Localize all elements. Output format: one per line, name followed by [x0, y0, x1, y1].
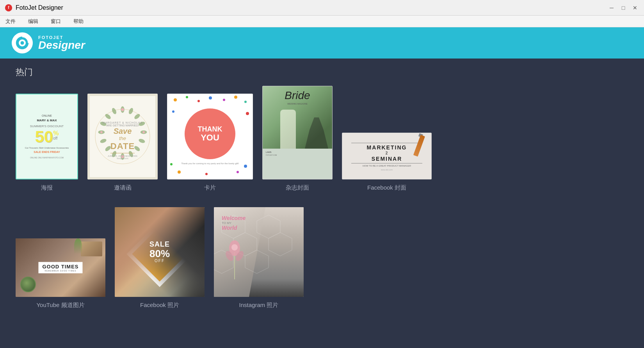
poster-percent: % — [53, 130, 59, 137]
menu-help[interactable]: 帮助 — [71, 17, 86, 26]
svg-point-32 — [244, 101, 247, 103]
title-bar-title: FotoJet Designer — [16, 4, 63, 11]
svg-point-23 — [142, 131, 145, 133]
logo-icon — [15, 36, 29, 50]
invite-names: MARGARET & NICHOLAS — [103, 121, 143, 124]
mag-woman-silhouette — [280, 110, 296, 149]
youtube-sub-text: REMEMBER GOOD TIMES — [42, 270, 78, 272]
logo-circle — [12, 32, 33, 53]
fb-url: www.site.com — [381, 169, 393, 171]
svg-point-50 — [231, 244, 238, 250]
magazine-sub: WEDDING MAGAZINE — [263, 103, 332, 105]
youtube-label: GOOD TIMES REMEMBER GOOD TIMES — [38, 262, 82, 273]
fb-sub: HOW TO BE A GREAT PRODUCT MANAGER — [363, 165, 411, 167]
template-thumb-poster[interactable]: ONLINE MARY & MAX SUMMER'S DISCOUNT 50 %… — [16, 94, 78, 179]
magazine-bottom: LAWN FOTOJET.COM — [263, 149, 332, 179]
magazine-title: Bride — [263, 89, 332, 102]
app-icon: f — [5, 4, 12, 12]
svg-marker-42 — [245, 250, 269, 273]
template-thumb-magazine[interactable]: Bride WEDDING MAGAZINE LAWN FOTOJET.COM — [262, 86, 333, 179]
svg-point-28 — [197, 100, 200, 102]
close-button[interactable]: ✕ — [631, 4, 639, 12]
template-label-card: 卡片 — [204, 184, 216, 192]
card-dots-decoration — [167, 94, 253, 179]
menu-window[interactable]: 窗口 — [48, 17, 63, 26]
svg-point-4 — [21, 41, 24, 45]
template-thumb-instagram[interactable]: Welcome TO MY World — [214, 207, 304, 297]
template-item-card[interactable]: THANK YOU Thank you for coming to my par… — [167, 94, 253, 192]
fb-number: 2 — [386, 151, 388, 155]
templates-row-1: ONLINE MARY & MAX SUMMER'S DISCOUNT 50 %… — [16, 86, 628, 192]
svg-point-31 — [234, 96, 237, 99]
template-item-instagram[interactable]: Welcome TO MY World Instagram 照片 — [214, 207, 304, 309]
template-thumb-facebook-photo[interactable]: SALE 80% OFF — [115, 207, 205, 297]
menu-edit[interactable]: 编辑 — [26, 17, 41, 26]
template-thumb-facebook-cover[interactable]: MARKETING 2 SEMINAR HOW TO BE A GREAT PR… — [342, 133, 432, 179]
svg-point-36 — [178, 170, 181, 174]
magazine-title-area: Bride WEDDING MAGAZINE — [263, 89, 332, 105]
svg-marker-44 — [269, 233, 292, 256]
invite-date: DATE — [103, 141, 143, 151]
invite-are-getting: ARE GETTING MARRIED! — [103, 124, 143, 127]
magazine-lawn: LAWN — [266, 151, 329, 153]
template-item-facebook-cover[interactable]: MARKETING 2 SEMINAR HOW TO BE A GREAT PR… — [342, 133, 432, 192]
fb-pen-decoration — [413, 135, 425, 157]
svg-point-33 — [172, 110, 174, 113]
template-label-facebook-photo: Facebook 照片 — [140, 302, 179, 309]
template-item-poster[interactable]: ONLINE MARY & MAX SUMMER'S DISCOUNT 50 %… — [16, 94, 78, 192]
template-thumb-youtube[interactable]: GOOD TIMES REMEMBER GOOD TIMES — [16, 238, 105, 297]
fb-sale-block: SALE 80% OFF — [149, 240, 170, 263]
instagram-to-my: TO MY — [222, 221, 246, 225]
template-item-invitation[interactable]: MARGARET & NICHOLAS ARE GETTING MARRIED!… — [87, 94, 158, 192]
instagram-flower — [225, 236, 244, 279]
poster-online: ONLINE — [42, 114, 52, 117]
invite-the: the — [103, 135, 143, 141]
fb-sale-percent: 80% — [149, 249, 170, 259]
maximize-button[interactable]: □ — [619, 4, 628, 12]
yt-items — [81, 241, 102, 256]
poster-off: off — [53, 137, 59, 140]
title-bar-left: f FotoJet Designer — [5, 4, 63, 12]
fb-sale-text: SALE — [149, 240, 170, 249]
svg-point-26 — [174, 98, 177, 101]
template-label-youtube: YouTube 频道图片 — [36, 302, 84, 309]
title-bar-controls[interactable]: ─ □ ✕ — [607, 4, 639, 12]
menu-bar: 文件 编辑 窗口 帮助 — [0, 16, 644, 27]
template-label-invitation: 邀请函 — [114, 184, 132, 192]
svg-point-29 — [209, 96, 212, 99]
svg-marker-43 — [257, 215, 280, 238]
menu-file[interactable]: 文件 — [3, 17, 18, 26]
template-label-poster: 海报 — [41, 184, 53, 192]
svg-point-22 — [121, 108, 124, 111]
poster-fifty: 50 — [35, 129, 53, 145]
fb-marketing: MARKETING — [367, 144, 407, 151]
minimize-button[interactable]: ─ — [607, 4, 616, 12]
svg-point-30 — [223, 99, 225, 101]
magazine-photo: Bride WEDDING MAGAZINE — [263, 86, 332, 149]
svg-point-39 — [205, 173, 208, 175]
svg-point-34 — [246, 112, 249, 115]
youtube-main-text: GOOD TIMES — [42, 264, 78, 270]
template-label-instagram: Instagram 照片 — [239, 302, 279, 309]
svg-point-21 — [111, 107, 117, 115]
yt-plant — [74, 238, 82, 254]
template-item-magazine[interactable]: Bride WEDDING MAGAZINE LAWN FOTOJET.COM … — [262, 86, 333, 192]
logo-text: FOTOJET Designer — [38, 35, 85, 51]
svg-point-7 — [128, 107, 134, 115]
template-thumb-card[interactable]: THANK YOU Thank you for coming to my par… — [167, 94, 253, 179]
yt-coffee-cup — [20, 277, 36, 292]
logo-designer: Designer — [38, 40, 85, 51]
section-hot-title: 热门 — [16, 66, 628, 78]
template-label-facebook-cover: Facebook 封面 — [367, 184, 406, 192]
poster-categories: Cut Trousers Skirt Underwear Accessories — [25, 147, 69, 149]
poster-footer: ONLINE ONLY.MARYMAXFOTO.COM — [30, 156, 64, 159]
invite-save: Save — [103, 127, 143, 135]
main-content[interactable]: 热门 ONLINE MARY & MAX SUMMER'S DISCOUNT 5… — [0, 59, 644, 348]
svg-point-35 — [170, 163, 173, 165]
template-item-youtube[interactable]: GOOD TIMES REMEMBER GOOD TIMES YouTube 频… — [16, 238, 105, 309]
template-thumb-invitation[interactable]: MARGARET & NICHOLAS ARE GETTING MARRIED!… — [87, 94, 158, 179]
template-item-facebook-photo[interactable]: SALE 80% OFF Facebook 照片 — [115, 207, 205, 309]
header-band: FOTOJET Designer — [0, 27, 644, 59]
svg-point-37 — [237, 171, 239, 173]
invite-line — [110, 153, 135, 153]
